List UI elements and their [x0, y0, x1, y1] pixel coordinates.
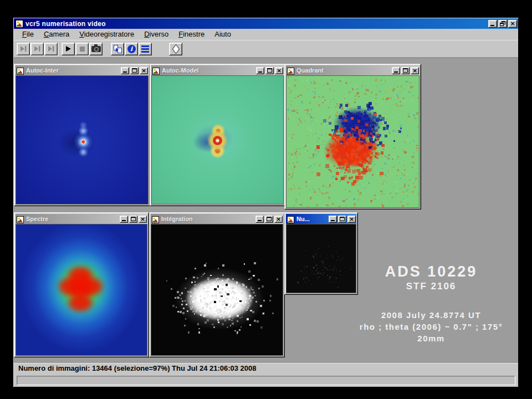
status-text: Numero di immagini: 13464 (selezione=97%…: [18, 364, 257, 372]
list-button[interactable]: [139, 43, 152, 55]
close-button[interactable]: ×: [139, 216, 147, 223]
close-button[interactable]: ×: [140, 67, 148, 74]
menu-bar: File Camera Videoregistratore Diverso Fi…: [14, 29, 518, 40]
info-icon: i: [127, 45, 136, 53]
minimize-icon: [123, 71, 127, 73]
observation-date: 2008 July 24.8774 UT: [345, 309, 517, 321]
window-icon: [17, 216, 24, 223]
window-titlebar[interactable]: vcr5 numerisation video ×: [14, 18, 518, 29]
target-catalog: STF 2106: [345, 280, 517, 293]
window-quadrant: Quadrant ×: [284, 64, 421, 209]
minimize-button[interactable]: [329, 216, 337, 223]
window-spectre: Spectre ×: [14, 212, 149, 357]
quadrant-image: [286, 75, 420, 208]
minimize-icon: [490, 25, 494, 26]
quadrant-title: Quadrant: [296, 67, 392, 74]
step-next-icon: [47, 45, 55, 52]
minimize-button[interactable]: [255, 216, 264, 223]
stop-button[interactable]: [75, 43, 89, 55]
menu-file[interactable]: File: [17, 29, 39, 40]
minimize-icon: [258, 220, 262, 221]
integration-title: Intégration: [161, 216, 255, 222]
info-button[interactable]: i: [125, 43, 138, 55]
step-button-2[interactable]: [30, 43, 44, 55]
list-bars-icon: [141, 45, 149, 53]
nu-title: Nu...: [296, 216, 329, 222]
autoc-model-image: [151, 75, 284, 204]
minimize-icon: [394, 71, 398, 73]
capture-button[interactable]: [89, 43, 103, 55]
maximize-icon: [267, 68, 272, 73]
restore-button[interactable]: [498, 20, 507, 28]
close-button[interactable]: ×: [347, 216, 356, 223]
play-button[interactable]: [62, 43, 75, 55]
menu-videoregistratore[interactable]: Videoregistratore: [74, 29, 139, 40]
menu-diverso[interactable]: Diverso: [139, 29, 173, 40]
step-button-1[interactable]: [17, 43, 30, 55]
camera-icon: [91, 46, 101, 52]
copy-pages-icon: [114, 45, 122, 53]
menu-camera[interactable]: Camera: [39, 29, 74, 40]
stop-icon: [79, 46, 85, 52]
autoc-model-title: Autoc-Model: [162, 67, 256, 74]
erase-button[interactable]: [169, 43, 182, 55]
nu-titlebar[interactable]: Nu... ×: [286, 214, 356, 224]
close-button[interactable]: ×: [275, 67, 283, 74]
maximize-button[interactable]: [130, 67, 139, 74]
window-icon: [287, 216, 294, 223]
focal-length: 20mm: [345, 332, 517, 344]
close-icon: ×: [140, 216, 145, 222]
window-integration: Intégration ×: [149, 212, 285, 357]
target-designation: ADS 10229: [345, 263, 517, 280]
progress-strip: [14, 374, 518, 387]
minimize-button[interactable]: [256, 67, 264, 74]
minimize-button[interactable]: [488, 20, 497, 28]
close-button[interactable]: ×: [411, 67, 419, 74]
restore-icon: [500, 21, 505, 26]
maximize-button[interactable]: [401, 67, 410, 74]
maximize-button[interactable]: [129, 216, 137, 223]
close-button[interactable]: ×: [274, 216, 283, 223]
maximize-icon: [403, 68, 408, 73]
autoc-model-titlebar[interactable]: Autoc-Model ×: [151, 65, 284, 75]
maximize-button[interactable]: [265, 67, 274, 74]
play-icon: [65, 45, 71, 52]
quadrant-titlebar[interactable]: Quadrant ×: [286, 65, 420, 75]
maximize-icon: [131, 217, 136, 221]
rho-theta: rho ; theta (2006) ~ 0.7" ; 175°: [345, 321, 517, 332]
window-icon: [17, 67, 24, 74]
step-button-3[interactable]: [44, 43, 58, 55]
menu-aiuto[interactable]: Aiuto: [209, 29, 236, 40]
maximize-button[interactable]: [265, 216, 273, 223]
minimize-button[interactable]: [120, 216, 128, 223]
window-icon: [152, 216, 159, 223]
minimize-button[interactable]: [392, 67, 400, 74]
integration-titlebar[interactable]: Intégration ×: [151, 214, 283, 224]
window-autoc-model: Autoc-Model ×: [150, 64, 285, 206]
spectre-title: Spectre: [26, 216, 120, 222]
toolbar: i: [14, 40, 518, 58]
close-icon: ×: [141, 68, 146, 74]
spectre-titlebar[interactable]: Spectre ×: [16, 214, 147, 224]
minimize-icon: [122, 220, 126, 221]
maximize-icon: [267, 217, 272, 221]
maximize-icon: [340, 217, 345, 221]
step-next-icon: [19, 45, 27, 52]
app-icon: [16, 20, 23, 28]
close-icon: ×: [276, 216, 281, 222]
window-autoc-inter: Autoc-Inter ×: [14, 64, 150, 206]
step-next-icon: [33, 45, 41, 52]
minimize-button[interactable]: [121, 67, 129, 74]
maximize-button[interactable]: [338, 216, 346, 223]
close-icon: ×: [510, 21, 515, 27]
app-window: vcr5 numerisation video × File Camera Vi…: [13, 18, 519, 387]
autoc-inter-image: [16, 75, 149, 204]
spectre-image: [16, 224, 147, 356]
autoc-inter-titlebar[interactable]: Autoc-Inter ×: [16, 65, 149, 75]
copy-button[interactable]: [111, 43, 124, 55]
status-bar: Numero di immagini: 13464 (selezione=97%…: [14, 362, 518, 374]
progress-bar: [17, 376, 515, 385]
close-button[interactable]: ×: [508, 20, 517, 28]
close-icon: ×: [412, 68, 417, 74]
menu-finestre[interactable]: Finestre: [173, 29, 209, 40]
